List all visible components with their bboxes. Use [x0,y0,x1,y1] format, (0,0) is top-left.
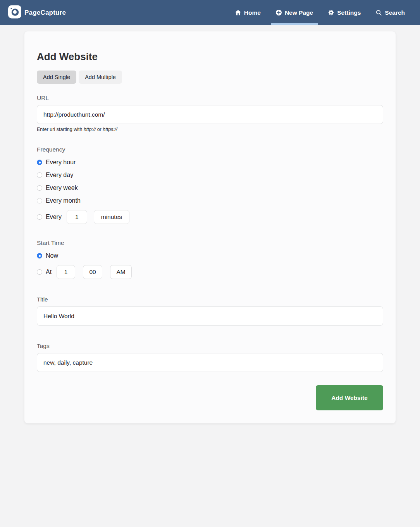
radio-label: Now [46,252,58,259]
search-icon [375,9,382,16]
nav-item-new-page[interactable]: New Page [271,0,318,25]
radio-label: At [46,269,52,276]
home-icon [235,9,241,16]
frequency-section: Frequency Every hour Every day Every wee… [37,146,383,224]
radio-unselected-icon [37,198,42,203]
radio-every-week[interactable]: Every week [37,184,78,191]
radio-label: Every month [46,197,81,204]
nav-item-label: Home [244,9,261,16]
tab-add-single[interactable]: Add Single [37,71,76,84]
add-website-button[interactable]: Add Website [316,385,383,410]
gear-icon [328,9,334,16]
brand-name: PageCapture [24,9,66,17]
url-section: URL Enter url starting with http:// or h… [37,95,383,132]
tags-label: Tags [37,343,383,350]
radio-unselected-icon [37,269,42,275]
url-hint-https: https:// [103,127,117,132]
radio-every-custom[interactable]: Every [37,210,129,224]
start-time-options: Now At [37,252,383,279]
start-time-label: Start Time [37,239,383,246]
start-hour-input[interactable] [57,265,75,279]
radio-every-hour[interactable]: Every hour [37,159,76,166]
tags-input[interactable] [37,353,383,372]
plus-circle-icon [275,9,282,16]
radio-unselected-icon [37,214,42,220]
title-input[interactable] [37,307,383,326]
frequency-options: Every hour Every day Every week Every mo… [37,159,383,224]
url-hint-http: http:// [84,127,96,132]
url-input[interactable] [37,105,383,124]
nav-item-label: New Page [285,9,313,16]
radio-label: Every week [46,184,78,191]
radio-selected-icon [37,160,42,165]
url-hint-or: or [96,127,103,132]
nav-item-label: Search [385,9,405,16]
form-actions: Add Website [37,385,383,410]
radio-unselected-icon [37,172,42,178]
custom-unit-select[interactable] [94,210,129,224]
brand[interactable]: PageCapture [8,0,66,25]
start-minute-input[interactable] [83,265,102,279]
nav-item-home[interactable]: Home [230,0,265,25]
radio-label: Every [46,214,62,220]
navbar: PageCapture Home New Page [0,0,420,25]
nav-items: Home New Page [230,0,410,25]
mode-tabs: Add Single Add Multiple [37,71,383,84]
radio-start-at[interactable]: At [37,265,132,279]
custom-interval-input[interactable] [67,210,87,224]
nav-spacer [66,0,230,25]
radio-every-month[interactable]: Every month [37,197,81,204]
frequency-label: Frequency [37,146,383,153]
radio-label: Every day [46,172,73,179]
url-hint: Enter url starting with http:// or https… [37,127,383,132]
radio-start-now[interactable]: Now [37,252,58,259]
url-hint-prefix: Enter url starting with [37,127,84,132]
nav-item-label: Settings [337,9,361,16]
radio-unselected-icon [37,185,42,191]
pagecapture-logo-icon [8,5,22,21]
radio-label: Every hour [46,159,76,166]
url-label: URL [37,95,383,102]
tab-add-multiple[interactable]: Add Multiple [79,71,122,84]
page-title: Add Website [37,51,383,63]
add-website-card: Add Website Add Single Add Multiple URL … [24,31,396,424]
tags-section: Tags [37,343,383,372]
title-label: Title [37,296,383,303]
start-time-section: Start Time Now At [37,239,383,279]
start-meridiem-select[interactable] [110,265,132,279]
title-section: Title [37,296,383,326]
nav-item-search[interactable]: Search [371,0,410,25]
nav-item-settings[interactable]: Settings [323,0,365,25]
radio-selected-icon [37,253,42,258]
radio-every-day[interactable]: Every day [37,172,73,179]
